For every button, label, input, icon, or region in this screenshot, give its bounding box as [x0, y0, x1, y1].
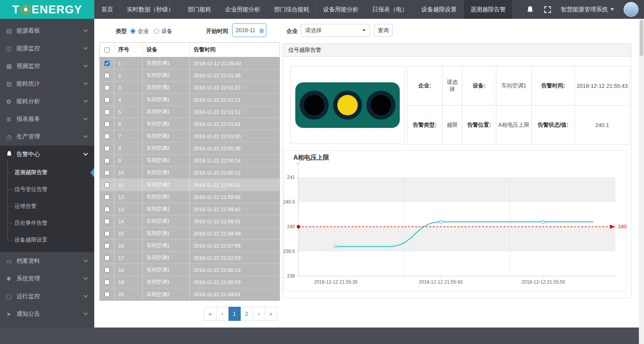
table-row[interactable]: 1车间空调12018-12-12 21:55:43 — [100, 57, 280, 69]
notification-bell-icon[interactable] — [526, 5, 534, 13]
sidebar-item-告警中心[interactable]: 告警中心 — [0, 146, 94, 163]
sidebar-item-视频监控[interactable]: ▦视频监控 — [0, 57, 94, 75]
sidebar-item-能源监控[interactable]: ◫能源监控 — [0, 40, 94, 57]
cell-time: 2018-11-22 21:49:51 — [190, 288, 280, 300]
nav-item-1[interactable]: 首页 — [94, 0, 120, 19]
chevron-down-icon — [83, 275, 88, 280]
table-row[interactable]: 4车间空调12018-11-22 22:01:21 — [100, 94, 280, 106]
sidebar-item-运行监控[interactable]: ▢运行监控 — [0, 288, 94, 305]
row-checkbox[interactable] — [104, 122, 110, 127]
row-checkbox[interactable] — [104, 170, 110, 175]
row-checkbox[interactable] — [104, 255, 110, 260]
row-checkbox[interactable] — [104, 182, 110, 187]
sidebar-item-系统管理[interactable]: ✱系统管理 — [0, 270, 94, 288]
table-row[interactable]: 11车间空调22018-11-22 22:00:11 — [100, 179, 280, 191]
sidebar-item-报表服务[interactable]: ≣报表服务 — [0, 110, 94, 128]
fullscreen-icon[interactable] — [543, 5, 551, 13]
chevron-down-icon — [83, 45, 88, 49]
leaf-logo-icon — [21, 5, 31, 15]
page-button-›[interactable]: › — [253, 307, 265, 321]
page-button-‹[interactable]: ‹ — [216, 307, 229, 321]
sidebar-item-档案资料[interactable]: ▭档案资料 — [0, 252, 94, 270]
data-point-marker — [542, 220, 545, 223]
nav-item-2[interactable]: 实时数据（秒级） — [120, 0, 181, 19]
sidebar-item-能耗分析[interactable]: ✿能耗分析 — [0, 93, 94, 110]
row-checkbox[interactable] — [104, 207, 110, 212]
nav-item-6[interactable]: 设备用能分析 — [316, 0, 365, 19]
drive-icon: ▢ — [6, 293, 16, 300]
query-button[interactable]: 查询 — [374, 24, 393, 37]
avatar[interactable] — [624, 2, 639, 17]
sidebar-subitem-运维告警[interactable]: 运维告警 — [0, 198, 94, 215]
row-checkbox[interactable] — [104, 280, 110, 285]
row-checkbox[interactable] — [104, 73, 110, 78]
table-row[interactable]: 13车间空调12018-11-22 21:59:42 — [100, 203, 280, 215]
nav-item-3[interactable]: 部门能耗 — [181, 0, 218, 19]
row-checkbox[interactable] — [104, 146, 110, 151]
nav-item-8[interactable]: 设备越限设置 — [414, 0, 463, 19]
row-checkbox[interactable] — [104, 109, 110, 115]
sidebar-subitem-历史事件告警[interactable]: 历史事件告警 — [0, 215, 94, 231]
sidebar-subitem-遥测越限告警[interactable]: 遥测越限告警 — [0, 164, 94, 181]
table-row[interactable]: 19车间空调12018-11-22 21:50:03 — [100, 276, 280, 288]
nav-item-5[interactable]: 部门综合能耗 — [267, 0, 316, 19]
start-time-input[interactable] — [236, 27, 258, 33]
cell-time: 2018-11-22 21:57:59 — [190, 240, 280, 251]
table-row[interactable]: 10车间空调12018-11-22 22:00:22 — [100, 167, 280, 179]
enterprise-select[interactable]: 请选择 — [301, 24, 370, 37]
sidebar-subitem-信号变位告警[interactable]: 信号变位告警 — [0, 181, 94, 198]
row-checkbox[interactable] — [104, 195, 110, 200]
footer-strip — [0, 328, 644, 344]
row-checkbox[interactable] — [104, 243, 110, 248]
table-row[interactable]: 8车间空调22018-11-22 22:00:36 — [100, 142, 280, 155]
table-row[interactable]: 17车间空调12018-11-22 21:51:03 — [100, 252, 280, 264]
table-row[interactable]: 2车间空调22018-11-22 22:01:35 — [100, 69, 280, 82]
row-checkbox[interactable] — [104, 268, 110, 273]
table-row[interactable]: 14车间空调12018-11-22 21:59:31 — [100, 215, 280, 228]
scrollbar-thumb[interactable] — [640, 20, 643, 56]
chevron-down-icon — [83, 258, 88, 262]
type-radio-device-label[interactable]: 设备 — [161, 28, 172, 35]
type-radio-enterprise-label[interactable]: 企业 — [138, 28, 149, 35]
table-row[interactable]: 16车间空调12018-11-22 21:57:59 — [100, 240, 280, 252]
sidebar-item-能耗统计[interactable]: ▥能耗统计 — [0, 75, 94, 93]
table-row[interactable]: 20车间空调22018-11-22 21:49:51 — [100, 288, 280, 300]
type-radio-enterprise[interactable] — [130, 29, 135, 34]
page-button-«[interactable]: « — [204, 307, 216, 321]
cell-no: 11 — [114, 179, 143, 191]
row-checkbox[interactable] — [104, 158, 110, 163]
row-checkbox[interactable] — [104, 97, 110, 102]
megaphone-icon: ➤ — [6, 311, 16, 318]
select-all-checkbox[interactable] — [104, 47, 110, 53]
page-button-1[interactable]: 1 — [229, 307, 241, 321]
sidebar-subitem-设备越限设置[interactable]: 设备越限设置 — [0, 231, 94, 248]
nav-item-7[interactable]: 日报表（电） — [365, 0, 414, 19]
row-checkbox[interactable] — [104, 219, 110, 224]
row-checkbox[interactable] — [104, 292, 110, 297]
row-checkbox[interactable] — [104, 134, 110, 139]
table-row[interactable]: 3车间空调22018-11-22 22:01:22 — [100, 82, 280, 94]
table-row[interactable]: 12车间空调22018-11-22 21:59:58 — [100, 191, 280, 203]
calendar-icon[interactable]: ▦ — [259, 28, 264, 33]
sidebar-item-生产管理[interactable]: ◷生产管理 — [0, 128, 94, 146]
row-checkbox[interactable] — [104, 85, 110, 90]
table-row[interactable]: 15车间空调12018-11-22 21:58:49 — [100, 228, 280, 240]
table-row[interactable]: 5车间空调12018-11-22 22:01:12 — [100, 106, 280, 118]
nav-item-4[interactable]: 企业用能分析 — [218, 0, 267, 19]
table-row[interactable]: 7车间空调12018-11-22 22:01:00 — [100, 130, 280, 142]
type-filter-label: 类型 — [116, 28, 127, 35]
table-row[interactable]: 6车间空调22018-11-22 22:01:01 — [100, 118, 280, 130]
page-button-2[interactable]: 2 — [241, 307, 253, 321]
row-checkbox[interactable] — [104, 231, 110, 236]
table-row[interactable]: 18车间空调12018-11-22 21:50:13 — [100, 264, 280, 276]
table-row[interactable]: 9车间空调22018-11-22 22:00:24 — [100, 155, 280, 167]
system-name-dropdown[interactable]: 智慧能源管理系统 — [561, 6, 614, 13]
row-checkbox[interactable] — [104, 61, 110, 66]
page-button-»[interactable]: » — [265, 307, 277, 321]
nav-item-9[interactable]: 遥测越限告警 — [463, 0, 513, 19]
type-radio-device[interactable] — [154, 29, 159, 34]
sidebar-item-通知公告[interactable]: ➤通知公告 — [0, 305, 94, 323]
page-scrollbar[interactable] — [639, 19, 644, 344]
report-icon: ≣ — [6, 116, 16, 123]
sidebar-item-能源看板[interactable]: ▤能源看板 — [0, 22, 94, 40]
